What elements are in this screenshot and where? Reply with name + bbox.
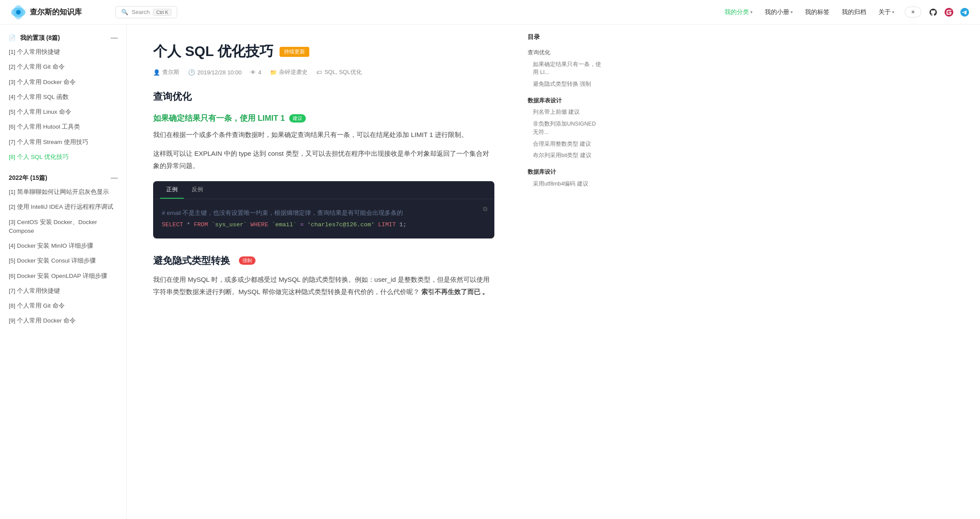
chevron-down-icon: ▾ [791,10,793,14]
search-icon: 🔍 [121,9,128,15]
sidebar-item[interactable]: [7] 个人常用 Stream 使用技巧 [0,135,126,150]
badge-suggest: 建议 [289,114,306,123]
search-bar[interactable]: 🔍 Search Ctrl K [116,6,177,18]
nav-about[interactable]: 关于 ▾ [873,6,900,19]
sidebar-item[interactable]: [6] 个人常用 Hutool 工具类 [0,119,126,134]
clock-icon: 🕐 [188,69,195,76]
code-tabs: 正例 反例 [153,181,494,199]
sidebar-section-pinned-title: 我的置顶 (8篇) [20,34,60,41]
collapse-icon[interactable]: — [111,174,118,182]
code-comment: # email 不是主键，也没有设置唯一约束，根据熵增定律，查询结果是有可能会出… [162,207,486,219]
meta-date: 🕐 2019/12/28 10:00 [188,69,242,76]
tag-icon: 🏷 [316,69,322,76]
code-line: SELECT * FROM `sys_user` WHERE `email` =… [162,219,486,231]
nav-tags[interactable]: 我的标签 [800,6,835,19]
toc-title: 目录 [528,33,601,41]
sidebar-item[interactable]: [6] Docker 安装 OpenLDAP 详细步骤 [0,269,126,284]
nav-category[interactable]: 我的分类 ▾ [719,6,758,19]
sidebar-section-2022-title: 2022年 (15篇) [9,174,47,181]
toc-section[interactable]: 数据库表设计 [528,95,601,107]
collapse-icon[interactable]: — [111,34,118,42]
sidebar-item-active[interactable]: [8] 个人 SQL 优化技巧 [0,150,126,165]
sidebar-section-2022-header: 2022年 (15篇) — [0,172,126,185]
sidebar-item[interactable]: [2] 使用 IntelliJ IDEA 进行远程程序调试 [0,200,126,214]
toc-item[interactable]: 避免隐式类型转换 强制 [528,78,601,90]
code-content: ⧉ # email 不是主键，也没有设置唯一约束，根据熵增定律，查询结果是有可能… [153,199,494,238]
meta-tags: 🏷 SQL, SQL优化 [316,68,361,76]
github-icon[interactable] [928,7,938,17]
toc-item[interactable]: 如果确定结果只有一条，使用 LI... [528,59,601,79]
article-para-2: 这样既可以让 EXPLAIN 中的 type 达到 const 类型，又可以去担… [153,147,494,172]
sidebar-item[interactable]: [9] 个人常用 Docker 命令 [0,313,126,328]
sidebar-item[interactable]: [3] CentOS 安装 Docker、Docker Compose [0,215,126,239]
logo[interactable]: 查尔斯的知识库 [10,4,107,20]
toc-item[interactable]: 布尔列采用bit类型 建议 [528,150,601,161]
section-query-opt: 查询优化 [153,90,494,103]
code-block-limit: 正例 反例 ⧉ # email 不是主键，也没有设置唯一约束，根据熵增定律，查询… [153,181,494,238]
sidebar-section-2022: 2022年 (15篇) — [1] 简单聊聊如何让网站开启灰色显示 [2] 使用… [0,172,126,329]
article-title: 个人 SQL 优化技巧 持续更新 [153,42,494,61]
svg-point-2 [16,10,21,14]
pinned-icon: 📄 [9,35,16,41]
sidebar-item[interactable]: [2] 个人常用 Git 命令 [0,60,126,74]
theme-toggle[interactable]: ☀ [905,7,921,18]
telegram-icon[interactable] [960,7,970,17]
sidebar-item[interactable]: [1] 简单聊聊如何让网站开启灰色显示 [0,185,126,200]
chevron-down-icon: ▾ [892,10,894,14]
eye-icon: 👁 [250,69,256,76]
nav-archive[interactable]: 我的归档 [836,6,872,19]
sidebar: 📄 我的置顶 (8篇) — [1] 个人常用快捷键 [2] 个人常用 Git 命… [0,25,127,519]
sidebar-item[interactable]: [8] 个人常用 Git 命令 [0,298,126,313]
article-para-3: 我们在使用 MySQL 时，或多或少都感受过 MySQL 的隐式类型转换。例如：… [153,274,494,298]
topnav-right: 我的分类 ▾ 我的小册 ▾ 我的标签 我的归档 关于 ▾ ☀ [719,6,970,19]
sidebar-item[interactable]: [7] 个人常用快捷键 [0,284,126,298]
subsection-limit1: 如果确定结果只有一条，使用 LIMIT 1 建议 [153,113,494,123]
copy-icon[interactable]: ⧉ [483,205,487,213]
toc-item[interactable]: 非负数列添加UNSIGNED无符... [528,118,601,138]
toc: 目录 查询优化 如果确定结果只有一条，使用 LI... 避免隐式类型转换 强制 … [521,25,608,519]
toc-item[interactable]: 列名带上前缀 建议 [528,106,601,118]
meta-category: 📁 杂碎逆袭史 [270,68,308,76]
toc-item[interactable]: 合理采用整数类型 建议 [528,138,601,150]
logo-text: 查尔斯的知识库 [30,7,82,17]
toc-item[interactable]: 采用utf8mb4编码 建议 [528,178,601,190]
sidebar-item[interactable]: [5] Docker 安装 Consul 详细步骤 [0,253,126,268]
sidebar-section-pinned: 📄 我的置顶 (8篇) — [1] 个人常用快捷键 [2] 个人常用 Git 命… [0,32,126,165]
article-strong: 索引不再生效了而已 。 [421,288,489,295]
code-tab-positive[interactable]: 正例 [160,181,184,199]
sidebar-section-pinned-header: 📄 我的置顶 (8篇) — [0,32,126,45]
folder-icon: 📁 [270,69,277,76]
nav-booklet[interactable]: 我的小册 ▾ [760,6,798,19]
toc-item[interactable]: 查询优化 [528,46,601,59]
badge-force: 强制 [239,256,256,265]
meta-views: 👁 4 [250,69,261,76]
search-label: Search [132,9,150,15]
logo-icon [10,4,26,20]
sidebar-item[interactable]: [1] 个人常用快捷键 [0,45,126,60]
main-content: 个人 SQL 优化技巧 持续更新 👤 查尔斯 🕐 2019/12/28 10:0… [127,25,521,519]
social-icons [928,7,970,17]
sidebar-item[interactable]: [3] 个人常用 Docker 命令 [0,75,126,90]
article-meta: 👤 查尔斯 🕐 2019/12/28 10:00 👁 4 📁 杂碎逆袭史 🏷 S… [153,68,494,76]
gitee-icon[interactable] [944,7,954,17]
sidebar-item[interactable]: [4] Docker 安装 MinIO 详细步骤 [0,238,126,253]
sidebar-item[interactable]: [4] 个人常用 SQL 函数 [0,90,126,105]
search-shortcut: Ctrl K [153,9,172,16]
meta-author: 👤 查尔斯 [153,68,179,76]
subsection-implicit-conversion: 避免隐式类型转换 强制 [153,254,494,267]
page-layout: 📄 我的置顶 (8篇) — [1] 个人常用快捷键 [2] 个人常用 Git 命… [0,25,980,519]
sidebar-item[interactable]: [5] 个人常用 Linux 命令 [0,105,126,119]
article-para-1: 我们在根据一个或多个条件查询数据时，如果确定查询结果只有一条，可以在结尾处添加 … [153,129,494,141]
topnav: 查尔斯的知识库 🔍 Search Ctrl K 我的分类 ▾ 我的小册 ▾ 我的… [0,0,980,25]
author-icon: 👤 [153,69,160,76]
code-tab-negative[interactable]: 反例 [186,181,209,199]
toc-section[interactable]: 数据库设计 [528,166,601,178]
chevron-down-icon: ▾ [750,10,752,14]
badge-update: 持续更新 [280,47,309,57]
